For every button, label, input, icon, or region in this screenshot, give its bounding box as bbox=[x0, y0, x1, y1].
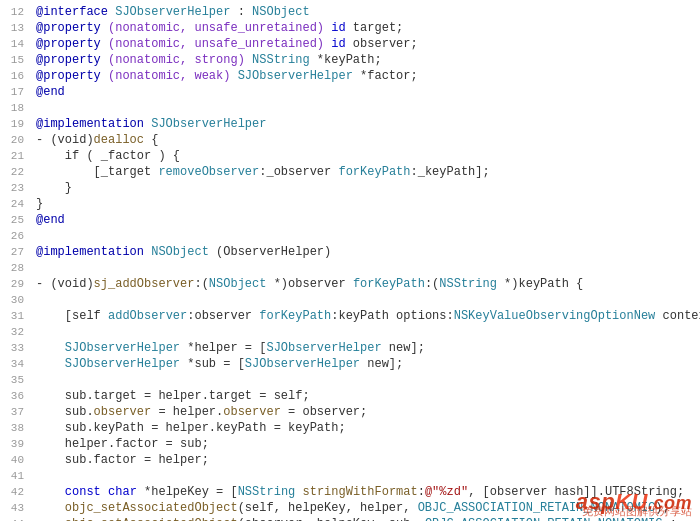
line-content: [self addObserver:observer forKeyPath:ke… bbox=[36, 308, 700, 324]
code-line: 14@property (nonatomic, unsafe_unretaine… bbox=[0, 36, 700, 52]
code-line: 22 [_target removeObserver:_observer for… bbox=[0, 164, 700, 180]
line-content: helper.factor = sub; bbox=[36, 436, 696, 452]
code-line: 24} bbox=[0, 196, 700, 212]
line-content: - (void)sj_addObserver:(NSObject *)obser… bbox=[36, 276, 696, 292]
line-number: 43 bbox=[4, 500, 36, 516]
line-number: 38 bbox=[4, 420, 36, 436]
line-number: 19 bbox=[4, 116, 36, 132]
code-line: 36 sub.target = helper.target = self; bbox=[0, 388, 700, 404]
line-number: 37 bbox=[4, 404, 36, 420]
code-line: 18 bbox=[0, 100, 700, 116]
line-number: 35 bbox=[4, 372, 36, 388]
line-content: if ( _factor ) { bbox=[36, 148, 696, 164]
code-line: 21 if ( _factor ) { bbox=[0, 148, 700, 164]
line-content: @property (nonatomic, strong) NSString *… bbox=[36, 52, 696, 68]
line-number: 15 bbox=[4, 52, 36, 68]
code-line: 23 } bbox=[0, 180, 700, 196]
line-number: 12 bbox=[4, 4, 36, 20]
line-content: @end bbox=[36, 212, 696, 228]
line-number: 42 bbox=[4, 484, 36, 500]
line-number: 24 bbox=[4, 196, 36, 212]
line-content bbox=[36, 292, 696, 308]
code-line: 26 bbox=[0, 228, 700, 244]
line-number: 21 bbox=[4, 148, 36, 164]
code-line: 39 helper.factor = sub; bbox=[0, 436, 700, 452]
code-line: 27@implementation NSObject (ObserverHelp… bbox=[0, 244, 700, 260]
code-line: 25@end bbox=[0, 212, 700, 228]
code-line: 40 sub.factor = helper; bbox=[0, 452, 700, 468]
code-line: 28 bbox=[0, 260, 700, 276]
code-line: 15@property (nonatomic, strong) NSString… bbox=[0, 52, 700, 68]
code-line: 34 SJObserverHelper *sub = [SJObserverHe… bbox=[0, 356, 700, 372]
line-number: 22 bbox=[4, 164, 36, 180]
line-content: sub.observer = helper.observer = observe… bbox=[36, 404, 696, 420]
line-content bbox=[36, 228, 696, 244]
line-content: SJObserverHelper *sub = [SJObserverHelpe… bbox=[36, 356, 696, 372]
code-lines: 12@interface SJObserverHelper : NSObject… bbox=[0, 4, 700, 521]
code-line: 41 bbox=[0, 468, 700, 484]
line-number: 26 bbox=[4, 228, 36, 244]
line-content bbox=[36, 260, 696, 276]
code-line: 29- (void)sj_addObserver:(NSObject *)obs… bbox=[0, 276, 700, 292]
code-line: 38 sub.keyPath = helper.keyPath = keyPat… bbox=[0, 420, 700, 436]
code-container: 12@interface SJObserverHelper : NSObject… bbox=[0, 0, 700, 521]
line-content: } bbox=[36, 180, 696, 196]
line-content: } bbox=[36, 196, 696, 212]
watermark-sub: 免费网站图解供分享站 bbox=[582, 504, 692, 519]
code-line: 20- (void)dealloc { bbox=[0, 132, 700, 148]
line-content: @end bbox=[36, 84, 696, 100]
line-number: 31 bbox=[4, 308, 36, 324]
line-number: 32 bbox=[4, 324, 36, 340]
line-number: 20 bbox=[4, 132, 36, 148]
line-number: 23 bbox=[4, 180, 36, 196]
line-number: 30 bbox=[4, 292, 36, 308]
line-content: @property (nonatomic, unsafe_unretained)… bbox=[36, 20, 696, 36]
line-number: 14 bbox=[4, 36, 36, 52]
line-content bbox=[36, 100, 696, 116]
line-number: 13 bbox=[4, 20, 36, 36]
code-line: 35 bbox=[0, 372, 700, 388]
code-line: 30 bbox=[0, 292, 700, 308]
line-content: @implementation NSObject (ObserverHelper… bbox=[36, 244, 696, 260]
code-line: 16@property (nonatomic, weak) SJObserver… bbox=[0, 68, 700, 84]
line-number: 39 bbox=[4, 436, 36, 452]
line-content bbox=[36, 324, 696, 340]
line-content: - (void)dealloc { bbox=[36, 132, 696, 148]
line-content: @property (nonatomic, weak) SJObserverHe… bbox=[36, 68, 696, 84]
line-content: SJObserverHelper *helper = [SJObserverHe… bbox=[36, 340, 696, 356]
line-number: 34 bbox=[4, 356, 36, 372]
line-content bbox=[36, 468, 696, 484]
line-number: 29 bbox=[4, 276, 36, 292]
code-line: 37 sub.observer = helper.observer = obse… bbox=[0, 404, 700, 420]
line-number: 41 bbox=[4, 468, 36, 484]
code-line: 19@implementation SJObserverHelper bbox=[0, 116, 700, 132]
line-number: 33 bbox=[4, 340, 36, 356]
line-number: 36 bbox=[4, 388, 36, 404]
line-content: sub.target = helper.target = self; bbox=[36, 388, 696, 404]
code-line: 33 SJObserverHelper *helper = [SJObserve… bbox=[0, 340, 700, 356]
line-content: @implementation SJObserverHelper bbox=[36, 116, 696, 132]
line-number: 25 bbox=[4, 212, 36, 228]
code-line: 32 bbox=[0, 324, 700, 340]
code-line: 13@property (nonatomic, unsafe_unretaine… bbox=[0, 20, 700, 36]
code-line: 31 [self addObserver:observer forKeyPath… bbox=[0, 308, 700, 324]
line-number: 27 bbox=[4, 244, 36, 260]
code-line: 17@end bbox=[0, 84, 700, 100]
line-number: 44 bbox=[4, 516, 36, 521]
line-number: 18 bbox=[4, 100, 36, 116]
line-content: sub.keyPath = helper.keyPath = keyPath; bbox=[36, 420, 696, 436]
line-number: 17 bbox=[4, 84, 36, 100]
line-content bbox=[36, 372, 696, 388]
line-content: sub.factor = helper; bbox=[36, 452, 696, 468]
code-line: 12@interface SJObserverHelper : NSObject bbox=[0, 4, 700, 20]
line-number: 16 bbox=[4, 68, 36, 84]
line-number: 28 bbox=[4, 260, 36, 276]
line-content: [_target removeObserver:_observer forKey… bbox=[36, 164, 696, 180]
line-content: @property (nonatomic, unsafe_unretained)… bbox=[36, 36, 696, 52]
line-content: @interface SJObserverHelper : NSObject bbox=[36, 4, 696, 20]
line-number: 40 bbox=[4, 452, 36, 468]
